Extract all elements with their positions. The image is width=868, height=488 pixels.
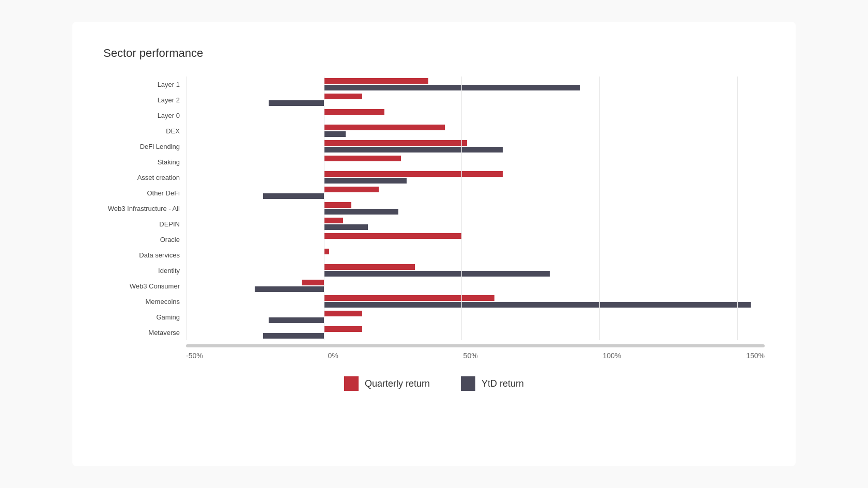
axis-label: 150% <box>746 352 765 360</box>
table-row: DeFi Lending <box>103 139 765 154</box>
table-row: DEX <box>103 123 765 139</box>
row-label: Oracle <box>103 236 186 243</box>
quarterly-bar <box>324 311 363 316</box>
bar-group <box>186 294 765 309</box>
row-label: Layer 0 <box>103 112 186 119</box>
axis-label: 50% <box>463 352 478 360</box>
ytd-bar <box>324 178 407 184</box>
row-label: DeFi Lending <box>103 143 186 150</box>
ytd-bar <box>324 271 550 277</box>
ytd-bar <box>324 85 580 90</box>
table-row: Metaverse <box>103 325 765 340</box>
quarterly-bar <box>324 94 363 99</box>
ytd-bar-row <box>186 85 765 90</box>
bar-group <box>186 92 765 108</box>
row-label: Asset creation <box>103 174 186 181</box>
ytd-bar <box>269 317 324 323</box>
ytd-bar-row <box>186 224 765 230</box>
legend: Quarterly return YtD return <box>103 376 765 391</box>
legend-item-quarterly: Quarterly return <box>344 376 430 391</box>
row-label: Layer 1 <box>103 81 186 88</box>
ytd-bar-row <box>186 162 765 168</box>
quarterly-bar-row <box>186 311 765 316</box>
ytd-bar-row <box>186 333 765 339</box>
quarterly-bar <box>302 280 324 285</box>
table-row: Web3 Consumer <box>103 278 765 294</box>
chart-container: Sector performance Layer 1Layer 2Layer 0… <box>72 22 796 466</box>
ytd-bar-row <box>186 178 765 184</box>
table-row: Asset creation <box>103 170 765 185</box>
bar-group <box>186 216 765 232</box>
quarterly-bar-row <box>186 125 765 130</box>
chart-area: Layer 1Layer 2Layer 0DEXDeFi LendingStak… <box>103 77 765 360</box>
bar-group <box>186 139 765 154</box>
quarterly-bar <box>324 218 343 223</box>
bar-group <box>186 108 765 123</box>
quarterly-bar <box>324 233 462 239</box>
quarterly-bar <box>324 187 379 192</box>
quarterly-bar <box>324 202 351 208</box>
quarterly-label: Quarterly return <box>365 378 430 389</box>
ytd-bar <box>263 333 323 339</box>
ytd-bar-row <box>186 131 765 137</box>
bar-group <box>186 309 765 325</box>
chart-title: Sector performance <box>103 47 765 60</box>
quarterly-bar <box>324 78 429 84</box>
bar-group <box>186 232 765 247</box>
table-row: Gaming <box>103 309 765 325</box>
table-row: Layer 1 <box>103 77 765 92</box>
quarterly-bar-row <box>186 295 765 301</box>
axis-labels: -50%0%50%100%150% <box>186 352 765 360</box>
ytd-bar-row <box>186 271 765 277</box>
axis-label: -50% <box>186 352 203 360</box>
ytd-bar-row <box>186 209 765 215</box>
ytd-bar <box>324 209 398 215</box>
quarterly-bar-row <box>186 264 765 270</box>
quarterly-bar-row <box>186 171 765 177</box>
row-label: Staking <box>103 158 186 166</box>
quarterly-bar-row <box>186 280 765 285</box>
quarterly-bar <box>324 109 384 115</box>
ytd-bar <box>324 224 368 230</box>
quarterly-bar <box>324 125 445 130</box>
axis-label: 100% <box>602 352 621 360</box>
row-label: Web3 Infrastructure - All <box>103 205 186 212</box>
table-row: Oracle <box>103 232 765 247</box>
quarterly-bar-row <box>186 218 765 223</box>
table-row: Layer 2 <box>103 92 765 108</box>
table-row: Layer 0 <box>103 108 765 123</box>
bar-group <box>186 77 765 92</box>
bar-group <box>186 278 765 294</box>
row-label: Data services <box>103 251 186 259</box>
quarterly-bar-row <box>186 109 765 115</box>
quarterly-bar-row <box>186 326 765 332</box>
axis-line-container: -50%0%50%100%150% <box>186 344 765 360</box>
quarterly-bar-row <box>186 140 765 146</box>
rows-area: Layer 1Layer 2Layer 0DEXDeFi LendingStak… <box>103 77 765 340</box>
table-row: Web3 Infrastructure - All <box>103 201 765 216</box>
ytd-label: YtD return <box>482 378 524 389</box>
table-row: Data services <box>103 247 765 263</box>
quarterly-bar-row <box>186 156 765 161</box>
bar-group <box>186 123 765 139</box>
quarterly-bar <box>324 326 363 332</box>
quarterly-bar <box>324 156 401 161</box>
quarterly-bar <box>324 295 495 301</box>
quarterly-bar-row <box>186 202 765 208</box>
quarterly-bar <box>324 140 467 146</box>
axis-area: -50%0%50%100%150% <box>103 344 765 360</box>
ytd-bar <box>324 302 751 308</box>
ytd-bar-row <box>186 286 765 292</box>
quarterly-bar <box>324 171 503 177</box>
row-label: Metaverse <box>103 329 186 337</box>
ytd-bar-row <box>186 255 765 261</box>
bar-group <box>186 201 765 216</box>
ytd-bar-row <box>186 147 765 152</box>
quarterly-bar-row <box>186 94 765 99</box>
quarterly-bar-row <box>186 187 765 192</box>
bar-group <box>186 263 765 278</box>
quarterly-bar-row <box>186 78 765 84</box>
ytd-bar-row <box>186 240 765 246</box>
bar-group <box>186 170 765 185</box>
row-label: Identity <box>103 267 186 274</box>
